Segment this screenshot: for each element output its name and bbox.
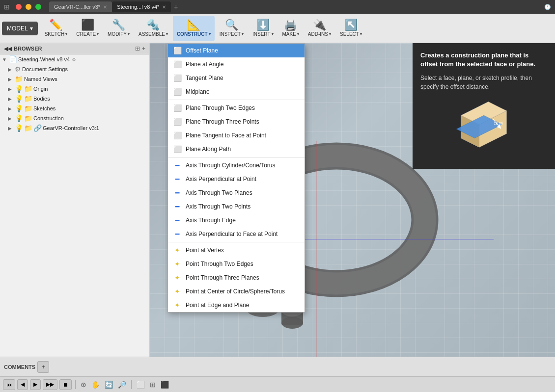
- select-icon: ↖️: [344, 20, 358, 30]
- nav-stop-button[interactable]: ⏹: [59, 379, 72, 390]
- construct-item-icon-7: ⬜: [173, 145, 182, 154]
- view-cube-icon[interactable]: ⬜: [135, 381, 146, 389]
- sidebar-close-icon[interactable]: +: [142, 45, 145, 52]
- construct-menu-item-11[interactable]: ━Axis Through Two Points: [168, 200, 305, 213]
- construct-menu-sep-3: [168, 100, 305, 100]
- modify-button[interactable]: 🔧 MODIFY ▾: [104, 16, 134, 41]
- tab-steering[interactable]: Steering...l v8 v4* ✕: [112, 1, 171, 12]
- comments-add-button[interactable]: +: [37, 361, 49, 373]
- tree-root[interactable]: ▼ 📄 Steering-Wheel v8 v4 ⚙: [0, 54, 149, 64]
- construct-menu-item-4[interactable]: ⬜Plane Through Two Edges: [168, 101, 305, 115]
- tree-const-icon: 💡: [15, 114, 23, 122]
- sidebar-options-icon[interactable]: ⊞: [135, 45, 140, 52]
- toolbar: MODEL ▾ ✏️ SKETCH ▾ ⬛ CREATE ▾ 🔧 MODIFY …: [0, 14, 555, 43]
- tooltip-body: Select a face, plane, or sketch profile,…: [420, 74, 547, 91]
- inspect-button[interactable]: 🔍 INSPECT ▾: [216, 16, 248, 41]
- sidebar-collapse-icon[interactable]: ◀◀: [4, 46, 12, 52]
- construct-menu-item-6[interactable]: ⬜Plane Tangent to Face at Point: [168, 129, 305, 142]
- make-button[interactable]: 🖨️ MAKE ▾: [278, 16, 303, 41]
- tree-gearvr-icon: 💡: [15, 124, 23, 132]
- modify-icon: 🔧: [112, 20, 125, 30]
- nav-zoom-icon[interactable]: 🔎: [116, 381, 128, 389]
- addins-button[interactable]: 🔌 ADD-INS ▾: [304, 16, 335, 41]
- construct-menu-item-9[interactable]: ━Axis Perpendicular at Point: [168, 172, 305, 186]
- construct-menu-item-8[interactable]: ━Axis Through Cylinder/Cone/Torus: [168, 158, 305, 172]
- addins-label: ADD-INS ▾: [308, 31, 331, 37]
- nav-prev-button[interactable]: ◀: [17, 379, 28, 390]
- construct-item-label-17: Point at Center of Circle/Sphere/Torus: [186, 288, 285, 295]
- sidebar-title-label: BROWSER: [14, 46, 42, 52]
- model-button[interactable]: MODEL ▾: [2, 22, 38, 35]
- assemble-icon: 🔩: [146, 20, 160, 30]
- construct-menu-item-14[interactable]: ✦Point at Vertex: [168, 243, 305, 257]
- tree-gearvr[interactable]: ▶ 💡 📁 🔗 GearVR-Controller v3:1: [0, 123, 149, 133]
- tree-bodies-icon: 💡: [15, 95, 23, 103]
- tree-bodies-folder: 📁: [24, 95, 32, 103]
- construct-menu-item-0[interactable]: ⬜Offset Plane: [168, 44, 305, 57]
- construct-menu-item-12[interactable]: ━Axis Through Edge: [168, 213, 305, 227]
- view-persp-icon[interactable]: ⬛: [159, 381, 170, 389]
- nav-first-button[interactable]: ⏮: [3, 379, 15, 390]
- status-bar: ⏮ ◀ ▶ ▶▶ ⏹ ⊕ ✋ 🔄 🔎 ⬜ ⊞ ⬛: [0, 376, 555, 392]
- status-sep-2: [131, 380, 132, 389]
- construct-item-label-1: Plane at Angle: [186, 61, 223, 68]
- tab-steering-label: Steering...l v8 v4*: [117, 4, 159, 10]
- nav-next-button[interactable]: ▶▶: [43, 379, 57, 390]
- construct-item-icon-5: ⬜: [173, 117, 182, 126]
- construct-menu-item-15[interactable]: ✦Point Through Two Edges: [168, 257, 305, 271]
- construct-menu-item-5[interactable]: ⬜Plane Through Three Points: [168, 115, 305, 129]
- insert-label: INSERT ▾: [252, 31, 274, 37]
- construct-menu-item-13[interactable]: ━Axis Perpendicular to Face at Point: [168, 227, 305, 241]
- view-grid-icon[interactable]: ⊞: [148, 381, 157, 389]
- maximize-btn[interactable]: [35, 4, 41, 10]
- nav-play-button[interactable]: ▶: [30, 379, 41, 390]
- construct-item-icon-15: ✦: [173, 260, 182, 268]
- construct-label: CONSTRUCT ▾: [177, 31, 211, 37]
- minimize-btn[interactable]: [26, 4, 31, 10]
- tab-gearvr-close[interactable]: ✕: [103, 4, 107, 10]
- tree-origin-folder: 📁: [24, 85, 32, 93]
- sketch-button[interactable]: ✏️ SKETCH ▾: [41, 16, 72, 41]
- construct-menu-item-10[interactable]: ━Axis Through Two Planes: [168, 186, 305, 200]
- close-btn[interactable]: [16, 4, 22, 10]
- construct-menu-item-2[interactable]: ⬜Tangent Plane: [168, 71, 305, 85]
- select-button[interactable]: ↖️ SELECT ▾: [336, 16, 366, 41]
- tooltip-image: 10.00: [420, 97, 547, 161]
- construct-menu-item-17[interactable]: ✦Point at Center of Circle/Sphere/Torus: [168, 285, 305, 298]
- assemble-button[interactable]: 🔩 ASSEMBLE ▾: [135, 16, 172, 41]
- construct-item-icon-17: ✦: [173, 287, 182, 296]
- construct-menu-item-1[interactable]: ⬜Plane at Angle: [168, 57, 305, 71]
- create-button[interactable]: ⬛ CREATE ▾: [72, 16, 103, 41]
- construct-item-icon-8: ━: [173, 161, 182, 170]
- construct-item-icon-16: ✦: [173, 273, 182, 282]
- construct-item-icon-18: ✦: [173, 301, 182, 310]
- tree-named-views[interactable]: ▶ 📁 Named Views: [0, 74, 149, 84]
- nav-pan-icon[interactable]: ✋: [90, 381, 101, 389]
- tree-doc-settings[interactable]: ▶ ⚙ Document Settings: [0, 64, 149, 74]
- construct-item-label-4: Plane Through Two Edges: [186, 105, 255, 111]
- tree-origin[interactable]: ▶ 💡 📁 Origin: [0, 84, 149, 94]
- sidebar-title: ◀◀ BROWSER: [4, 46, 42, 52]
- tree-construction[interactable]: ▶ 💡 📁 Construction: [0, 113, 149, 123]
- add-tab-button[interactable]: +: [171, 3, 181, 11]
- construct-menu-item-16[interactable]: ✦Point Through Three Planes: [168, 271, 305, 285]
- nav-orbit-icon[interactable]: 🔄: [103, 381, 114, 389]
- construct-button[interactable]: 📐 CONSTRUCT ▾: [173, 16, 215, 41]
- construct-item-label-7: Plane Along Path: [186, 146, 231, 153]
- sketch-icon: ✏️: [49, 20, 62, 30]
- construct-menu-item-3[interactable]: ⬜Midplane: [168, 85, 305, 99]
- tab-gearvr[interactable]: GearVR-C...ller v3* ✕: [49, 1, 112, 12]
- tab-steering-close[interactable]: ✕: [162, 4, 166, 10]
- tree-const-folder: 📁: [24, 114, 32, 122]
- construct-menu-item-7[interactable]: ⬜Plane Along Path: [168, 142, 305, 156]
- tree-sketches[interactable]: ▶ 💡 📁 Sketches: [0, 104, 149, 113]
- tree-bodies[interactable]: ▶ 💡 📁 Bodies: [0, 94, 149, 104]
- title-bar: ⊞ GearVR-C...ller v3* ✕ Steering...l v8 …: [0, 0, 555, 14]
- tree-root-arrow: ▼: [2, 57, 8, 62]
- nav-home-icon[interactable]: ⊕: [79, 381, 88, 389]
- tree-gearvr-folder: 📁: [24, 124, 32, 132]
- tab-gearvr-label: GearVR-C...ller v3*: [54, 4, 100, 10]
- clock: 🕐: [544, 4, 551, 10]
- insert-button[interactable]: ⬇️ INSERT ▾: [249, 16, 278, 41]
- construct-menu-item-18[interactable]: ✦Point at Edge and Plane: [168, 298, 305, 312]
